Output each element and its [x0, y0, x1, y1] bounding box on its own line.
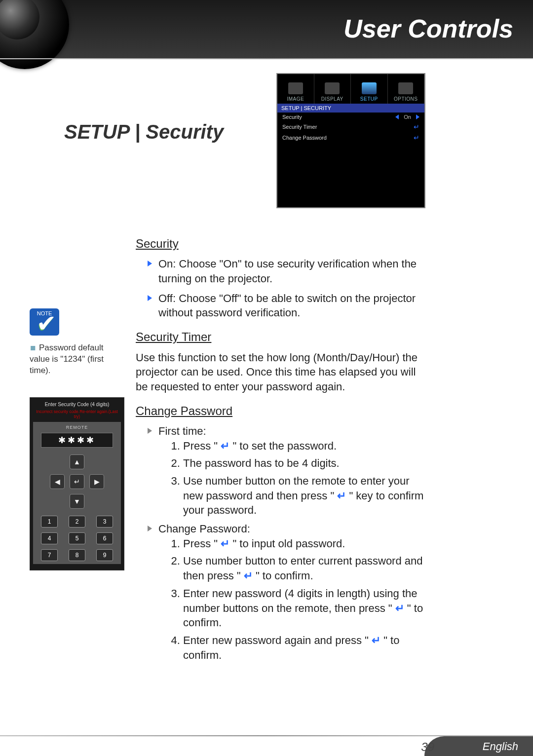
section-title-security-timer: Security Timer: [125, 329, 427, 345]
numpad-key: 2: [69, 516, 85, 528]
diamond-bullet-icon: ◆: [27, 342, 39, 354]
tab-icon: [325, 82, 340, 94]
enter-icon: ↵: [395, 602, 404, 614]
right-arrow-icon: [416, 114, 419, 119]
osd-row-change-password: Change Password ↵: [277, 132, 424, 143]
step: Use number button on the remote to enter…: [183, 474, 427, 518]
enter-icon: ↵: [414, 134, 419, 142]
note-badge: NOTE: [30, 308, 59, 336]
osd-tab-setup: SETUP: [351, 74, 388, 104]
security-timer-body: Use this function to set the how long (M…: [136, 350, 427, 394]
numpad-key: 7: [41, 549, 58, 561]
checkmark-icon: [37, 309, 56, 337]
remote-error: Incorrect security code.Re-enter again.(…: [33, 408, 121, 422]
section-title-security: Security: [125, 236, 427, 252]
enter-icon: ↵: [221, 440, 229, 452]
osd-row-security-timer: Security Timer ↵: [277, 121, 424, 132]
list-item: On: Choose "On" to use security verifica…: [148, 257, 427, 286]
osd-row-security: Security On: [277, 113, 424, 121]
tab-label: OPTIONS: [394, 96, 418, 102]
numpad-key: 5: [69, 532, 85, 544]
note-text: ◆Password default value is "1234" (first…: [30, 342, 118, 377]
osd-tab-display: DISPLAY: [314, 74, 351, 104]
section-title-change-password: Change Password: [125, 403, 427, 419]
dpad-right-icon: ▶: [89, 474, 104, 489]
step: Press " ↵ " to input old password.: [183, 536, 427, 551]
osd-row-label: Security: [282, 114, 302, 120]
tab-label: IMAGE: [287, 96, 304, 102]
numpad-key: 4: [41, 532, 58, 544]
step: Use number button to enter current passw…: [183, 554, 427, 583]
osd-spacer: [277, 143, 424, 207]
remote-label: REMOTE: [36, 425, 118, 432]
numpad-key: 9: [96, 549, 113, 561]
header-underline: [0, 58, 533, 59]
dpad-enter-icon: ↵: [70, 474, 84, 489]
osd-row-label: Change Password: [282, 135, 327, 141]
list-item: First time: Press " ↵ " to set the passw…: [148, 424, 427, 518]
remote-display: ✱✱✱✱: [41, 433, 113, 448]
footer-language: English: [483, 740, 518, 753]
numpad-key: 3: [96, 516, 113, 528]
change-password-list: First time: Press " ↵ " to set the passw…: [136, 424, 427, 662]
security-list: On: Choose "On" to use security verifica…: [136, 257, 427, 320]
change-steps: Press " ↵ " to input old password. Use n…: [158, 536, 427, 663]
numpad-key: 1: [41, 516, 58, 528]
main-content: Security On: Choose "On" to use security…: [136, 227, 427, 666]
remote-inner: REMOTE ✱✱✱✱ ▲ ◀ ↵ ▶ ▼ 1 2 3 4 5 6 7 8 9: [33, 422, 121, 564]
dpad: ▲ ◀ ↵ ▶ ▼: [36, 454, 118, 509]
osd-row-value: On: [404, 114, 411, 120]
tab-label: DISPLAY: [321, 96, 343, 102]
osd-row-label: Security Timer: [282, 124, 317, 130]
osd-breadcrumb: SETUP | SECURITY: [277, 104, 424, 113]
osd-tab-image: IMAGE: [277, 74, 314, 104]
dpad-up-icon: ▲: [70, 454, 84, 469]
note-box: NOTE ◆Password default value is "1234" (…: [30, 308, 118, 377]
lens-inner: [0, 0, 39, 39]
enter-icon: ↵: [372, 634, 381, 646]
step: Press " ↵ " to set the password.: [183, 439, 427, 454]
first-time-steps: Press " ↵ " to set the password. The pas…: [158, 439, 427, 518]
page-title: SETUP | Security: [64, 121, 224, 143]
enter-icon: ↵: [221, 537, 229, 550]
tab-icon: [288, 82, 303, 94]
step: The password has to be 4 digits.: [183, 456, 427, 471]
step: Enter new password again and press " ↵ "…: [183, 633, 427, 662]
remote-title: Enter Security Code (4 digits): [33, 401, 121, 408]
tab-icon: [362, 82, 377, 94]
list-item: Change Password: Press " ↵ " to input ol…: [148, 522, 427, 662]
footer: 39 English: [0, 735, 533, 756]
change-password-label: Change Password:: [158, 523, 250, 535]
numpad: 1 2 3 4 5 6 7 8 9: [36, 516, 118, 561]
dpad-left-icon: ◀: [50, 474, 65, 489]
dpad-down-icon: ▼: [70, 494, 84, 509]
page-number: 39: [421, 740, 434, 754]
osd-tabs: IMAGE DISPLAY SETUP OPTIONS: [277, 74, 424, 104]
tab-icon: [398, 82, 413, 94]
numpad-key: 6: [96, 532, 113, 544]
header-title: User Controls: [343, 14, 513, 43]
osd-screenshot: IMAGE DISPLAY SETUP OPTIONS SETUP | SECU…: [276, 73, 425, 208]
list-item: Off: Choose "Off" to be able to switch o…: [148, 291, 427, 320]
enter-icon: ↵: [337, 490, 346, 502]
step: Enter new password (4 digits in length) …: [183, 586, 427, 630]
numpad-key: 8: [69, 549, 85, 561]
remote-screenshot: Enter Security Code (4 digits) Incorrect…: [30, 397, 124, 570]
enter-icon: ↵: [414, 123, 419, 131]
header-band: User Controls: [0, 0, 533, 59]
left-arrow-icon: [395, 114, 399, 119]
tab-label: SETUP: [360, 96, 378, 102]
enter-icon: ↵: [244, 569, 253, 582]
osd-tab-options: OPTIONS: [388, 74, 425, 104]
first-time-label: First time:: [158, 425, 206, 437]
